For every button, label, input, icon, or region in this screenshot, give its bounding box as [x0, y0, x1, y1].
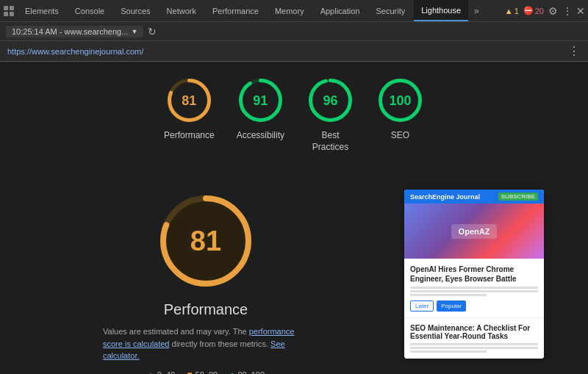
- page-options-icon[interactable]: ⋮: [568, 44, 581, 58]
- legend-red-icon: ▲: [147, 370, 154, 374]
- address-bar: 10:25:14 AM - www.searcheng... ▼ ↻: [0, 22, 588, 41]
- svg-rect-1: [10, 6, 14, 10]
- triangle-icon: ▲: [505, 7, 513, 15]
- preview-subscribe-badge: SUBSCRIBE: [498, 193, 538, 201]
- score-item-accessibility: 91 Accessibility: [237, 76, 284, 142]
- score-label-performance: Performance: [164, 130, 215, 142]
- preview-line-1: [410, 287, 538, 289]
- preview-body2-line-1: [410, 343, 538, 345]
- page-url-text: https://www.searchenginejournal.com/: [7, 47, 143, 56]
- preview-article-title: OpenAI Hires Former Chrome Engineer, Eye…: [410, 265, 538, 284]
- preview-line-2: [410, 290, 538, 292]
- score-circle-performance: 81: [165, 76, 213, 124]
- legend-orange-icon: ■: [187, 370, 192, 374]
- tab-application[interactable]: Application: [313, 0, 368, 21]
- legend-orange-range: 50–89: [196, 370, 218, 374]
- warning-badge: ▲ 1: [505, 7, 519, 15]
- url-display[interactable]: 10:25:14 AM - www.searcheng... ▼: [6, 26, 143, 37]
- score-value-seo: 100: [390, 93, 412, 108]
- page-url-bar: https://www.searchenginejournal.com/ ⋮: [0, 41, 588, 62]
- svg-rect-2: [4, 12, 8, 16]
- tab-sources[interactable]: Sources: [113, 0, 157, 21]
- devtools-topbar: Elements Console Sources Network Perform…: [0, 0, 588, 22]
- svg-rect-3: [10, 12, 14, 16]
- perf-description: Values are estimated and may vary. The p…: [103, 326, 309, 362]
- score-item-seo: 100 SEO: [376, 76, 424, 142]
- big-score-value: 81: [190, 226, 221, 257]
- score-item-best-practices: 96 Best Practices: [306, 76, 354, 153]
- tab-network[interactable]: Network: [159, 0, 204, 21]
- warn-count: 1: [514, 7, 519, 15]
- score-label-accessibility: Accessibility: [237, 130, 284, 142]
- score-item-performance: 81 Performance: [164, 76, 215, 142]
- legend-green-range: 90–100: [237, 370, 265, 374]
- perf-desc-prefix: Values are estimated and may vary. The: [103, 327, 247, 336]
- score-value-best-practices: 96: [323, 93, 338, 108]
- url-text: 10:25:14 AM - www.searcheng...: [12, 27, 128, 36]
- legend-item-orange: ■ 50–89: [187, 370, 218, 374]
- main-perf-title: Performance: [164, 301, 248, 318]
- score-label-seo: SEO: [391, 130, 409, 142]
- error-badge: ⛔ 20: [523, 6, 544, 15]
- error-count: 20: [535, 7, 544, 15]
- preview-body2-line-3: [410, 350, 487, 353]
- score-value-accessibility: 91: [253, 93, 268, 108]
- legend-item-green: ● 90–100: [229, 370, 265, 374]
- score-circle-seo: 100: [376, 76, 424, 124]
- scores-row: 81 Performance 91 Accessibility 96: [164, 76, 424, 153]
- tab-elements[interactable]: Elements: [18, 0, 66, 21]
- tab-lighthouse[interactable]: Lighthouse: [414, 0, 468, 21]
- tab-performance[interactable]: Performance: [205, 0, 266, 21]
- error-icon: ⛔: [523, 6, 534, 15]
- preview-buttons: Later Popular: [410, 301, 538, 312]
- right-section: SearchEngine Journal SUBSCRIBE OpenAZ Op…: [404, 190, 551, 359]
- score-circle-accessibility: 91: [237, 76, 284, 124]
- devtools-icons: ▲ 1 ⛔ 20 ⚙ ⋮ ✕: [505, 5, 585, 17]
- lighthouse-content: 81 Performance 91 Accessibility 96: [0, 62, 588, 374]
- preview-body2: SEO Maintenance: A Checklist For Essenti…: [404, 317, 544, 359]
- preview-body: OpenAI Hires Former Chrome Engineer, Eye…: [404, 259, 544, 317]
- preview-hero: OpenAZ: [404, 204, 544, 259]
- svg-rect-0: [4, 6, 8, 10]
- refresh-button[interactable]: ↻: [148, 26, 157, 37]
- left-section: 81 Performance Values are estimated and …: [37, 190, 375, 374]
- preview-logo: SearchEngine Journal: [410, 193, 480, 201]
- preview-card: SearchEngine Journal SUBSCRIBE OpenAZ Op…: [404, 190, 544, 359]
- legend-green-icon: ●: [229, 370, 234, 374]
- preview-body2-lines: [410, 343, 538, 353]
- tab-console[interactable]: Console: [68, 0, 112, 21]
- big-score-circle: 81: [154, 190, 257, 292]
- legend-red-range: 0–49: [157, 370, 175, 374]
- preview-article2-title: SEO Maintenance: A Checklist For Essenti…: [410, 324, 538, 340]
- tab-memory[interactable]: Memory: [268, 0, 312, 21]
- legend-item-red: ▲ 0–49: [147, 370, 175, 374]
- score-circle-best-practices: 96: [306, 76, 354, 124]
- more-tabs-button[interactable]: »: [470, 6, 484, 16]
- preview-line-3: [410, 294, 487, 296]
- preview-popular-button[interactable]: Popular: [437, 301, 466, 312]
- settings-icon[interactable]: ⚙: [548, 5, 558, 17]
- score-label-best-practices: Best Practices: [312, 130, 348, 153]
- more-options-icon[interactable]: ⋮: [562, 5, 572, 17]
- panel-icon: [3, 5, 15, 17]
- main-performance-section: 81 Performance Values are estimated and …: [0, 175, 588, 374]
- close-devtools-icon[interactable]: ✕: [576, 5, 585, 17]
- preview-header: SearchEngine Journal SUBSCRIBE: [404, 190, 544, 204]
- tab-security[interactable]: Security: [368, 0, 412, 21]
- dropdown-arrow-icon: ▼: [131, 28, 137, 35]
- perf-desc-middle: directly from these metrics.: [172, 339, 268, 348]
- preview-body2-line-2: [410, 347, 538, 349]
- preview-hero-badge: OpenAZ: [451, 224, 498, 239]
- score-value-performance: 81: [182, 93, 196, 108]
- preview-later-button[interactable]: Later: [410, 301, 434, 312]
- legend-row: ▲ 0–49 ■ 50–89 ● 90–100: [147, 370, 265, 374]
- preview-lines: [410, 287, 538, 296]
